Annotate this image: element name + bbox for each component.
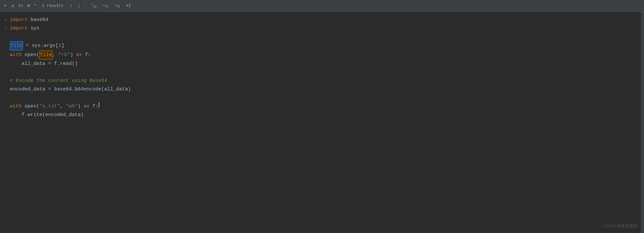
regex-icon[interactable]: * bbox=[33, 3, 37, 8]
fold-icon-10 bbox=[5, 94, 9, 102]
code-line-5[interactable]: with open(file, "rb") as f: bbox=[0, 50, 641, 60]
find-bar: × ↺ Cc W * 2 results ↑ ↓ ꜛII —II ⌐II ≡I bbox=[0, 0, 644, 12]
code-content[interactable]: ⌐import base64 ⌐import sys file = sys.ar… bbox=[0, 12, 641, 233]
code-text: encoded_data = base64.b64encode(all_data… bbox=[10, 85, 131, 94]
find-prev-button[interactable]: ↑ bbox=[68, 3, 74, 9]
code-text: f: bbox=[82, 51, 91, 59]
code-text: f: bbox=[90, 102, 98, 111]
code-text: f.write(encoded_data) bbox=[10, 111, 84, 119]
code-text: all_data = f.read() bbox=[10, 60, 78, 68]
separator bbox=[85, 3, 86, 9]
code-text: , bbox=[52, 51, 58, 59]
code-text: , bbox=[60, 102, 66, 111]
code-line-9[interactable]: encoded_data = base64.b64encode(all_data… bbox=[0, 85, 641, 94]
code-line-8[interactable]: # Encode the content using Base64 bbox=[0, 77, 641, 85]
code-line-1[interactable]: ⌐import base64 bbox=[0, 16, 641, 24]
whole-word-icon[interactable]: W bbox=[26, 3, 31, 8]
comment-encode: # Encode the content using Base64 bbox=[10, 77, 107, 85]
fold-icon-11 bbox=[5, 102, 9, 111]
keyword-import-2: import bbox=[10, 24, 28, 33]
filter2-icon[interactable]: —II bbox=[101, 2, 111, 9]
code-line-3 bbox=[0, 33, 641, 41]
fold-icon-3 bbox=[5, 33, 9, 41]
string-rb: "rb" bbox=[58, 51, 70, 59]
fold-icon-12 bbox=[5, 111, 9, 119]
fold-icon-6 bbox=[5, 60, 9, 68]
keyword-with-1: with bbox=[10, 51, 22, 59]
fold-icon-8 bbox=[5, 77, 9, 85]
find-results: 2 results bbox=[39, 4, 66, 8]
code-text: ) bbox=[78, 102, 84, 111]
case-sensitive-icon[interactable]: Cc bbox=[17, 3, 25, 8]
code-number: 1 bbox=[58, 42, 61, 50]
code-text: open( bbox=[22, 102, 39, 111]
filter4-icon[interactable]: ≡I bbox=[124, 3, 133, 9]
keyword-import-1: import bbox=[10, 16, 28, 24]
code-line-2[interactable]: ⌐import sys bbox=[0, 24, 641, 33]
editor-container: × ↺ Cc W * 2 results ↑ ↓ ꜛII —II ⌐II ≡I … bbox=[0, 0, 644, 233]
code-text: open( bbox=[22, 51, 39, 59]
fold-icon-5 bbox=[5, 51, 9, 59]
find-next-button[interactable]: ↓ bbox=[76, 3, 82, 9]
code-line-4[interactable]: file = sys.argv[1] bbox=[0, 41, 641, 50]
code-line-7 bbox=[0, 68, 641, 77]
refresh-icon[interactable]: ↺ bbox=[10, 3, 15, 9]
string-wb: "wb" bbox=[66, 102, 78, 111]
fold-icon-7 bbox=[5, 68, 9, 77]
filter3-icon[interactable]: ⌐II bbox=[112, 2, 122, 9]
code-line-10 bbox=[0, 94, 641, 102]
highlight-file-2: file bbox=[39, 50, 52, 60]
code-text: base64 bbox=[28, 16, 48, 24]
keyword-as-2: as bbox=[84, 102, 90, 111]
close-icon[interactable]: × bbox=[3, 3, 8, 9]
code-text: ) bbox=[70, 51, 76, 59]
fold-icon-9 bbox=[5, 85, 9, 94]
keyword-with-2: with bbox=[10, 102, 22, 111]
string-atxt: "a.txt" bbox=[39, 102, 60, 111]
scrollbar-right[interactable] bbox=[641, 12, 644, 233]
code-text: sys bbox=[28, 24, 39, 33]
filter1-icon[interactable]: ꜛII bbox=[89, 2, 99, 9]
code-line-12[interactable]: f.write(encoded_data) bbox=[0, 111, 641, 119]
fold-icon-2[interactable]: ⌐ bbox=[5, 24, 9, 33]
watermark: CSDN @番茄酱料 bbox=[603, 223, 638, 229]
fold-icon-4 bbox=[5, 42, 9, 50]
code-line-6[interactable]: all_data = f.read() bbox=[0, 60, 641, 68]
code-text: = sys.argv[ bbox=[23, 42, 58, 50]
highlight-file-1: file bbox=[10, 41, 23, 50]
fold-icon-1[interactable]: ⌐ bbox=[5, 16, 9, 24]
code-area[interactable]: ⌐import base64 ⌐import sys file = sys.ar… bbox=[0, 12, 644, 233]
code-line-11[interactable]: with open("a.txt", "wb") as f: bbox=[0, 102, 641, 111]
code-text: ] bbox=[61, 42, 64, 50]
keyword-as-1: as bbox=[76, 51, 82, 59]
text-cursor bbox=[99, 102, 99, 107]
